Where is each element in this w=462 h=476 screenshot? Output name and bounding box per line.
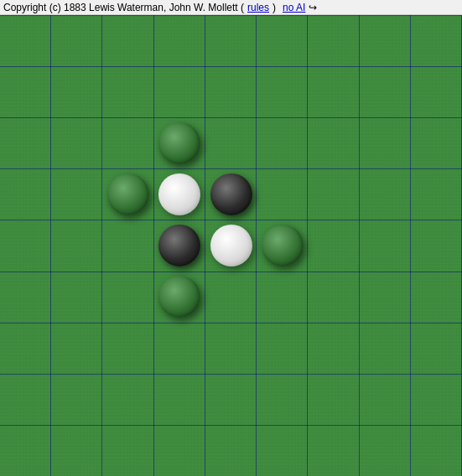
stone-dark-green[interactable] [158,122,200,164]
no-ai-link[interactable]: no AI [283,2,305,13]
header-bar: Copyright (c) 1883 Lewis Waterman, John … [0,0,462,15]
stone-black[interactable] [158,225,200,266]
game-board[interactable] [0,15,462,476]
rules-link[interactable]: rules [247,2,269,13]
stone-dark-green[interactable] [158,276,200,318]
stone-dark-green[interactable] [107,173,149,215]
paren-close: ) [273,2,276,13]
copyright-text: Copyright (c) 1883 Lewis Waterman, John … [3,2,244,13]
stone-white[interactable] [210,225,252,266]
stone-dark-green[interactable] [262,225,304,266]
arrow-icon: ↪ [309,2,317,13]
stones-layer [0,15,462,476]
stone-black[interactable] [210,173,252,215]
stone-white[interactable] [158,173,200,215]
